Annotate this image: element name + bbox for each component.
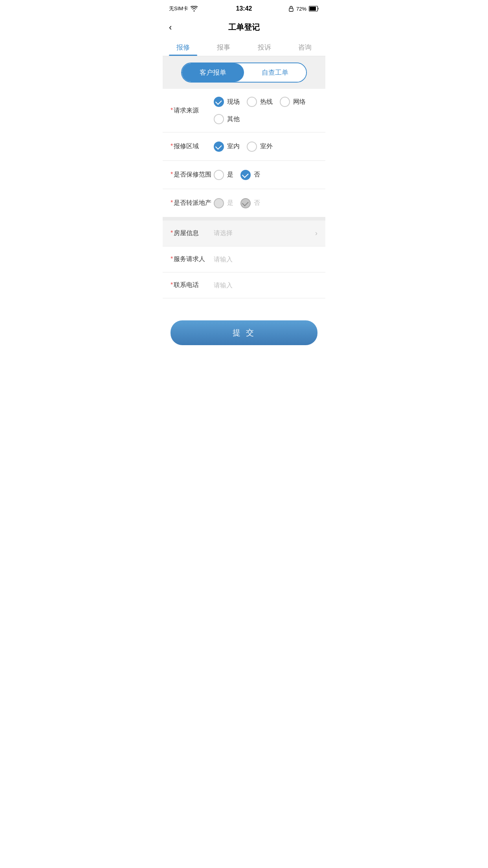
required-star-2: * (171, 143, 173, 149)
transfer-property-row: *是否转派地产 是 否 (163, 189, 325, 217)
request-source-row: *请求来源 现场 热线 网络 其他 (163, 89, 325, 132)
radio-transfer-yes-label: 是 (227, 199, 233, 207)
toggle-customer-order[interactable]: 客户报单 (182, 63, 244, 82)
radio-outdoor[interactable]: 室外 (247, 142, 273, 152)
toggle-self-check-order[interactable]: 自查工单 (244, 63, 306, 82)
back-button[interactable]: ‹ (169, 22, 172, 33)
toggle-container: 客户报单 自查工单 (181, 63, 307, 83)
radio-indoor-label: 室内 (227, 142, 240, 151)
status-bar: 无SIM卡 13:42 72% (163, 0, 325, 17)
page-title: 工单登记 (228, 22, 260, 33)
radio-network-circle (280, 97, 290, 107)
tab-bar: 报修 报事 投诉 咨询 (163, 37, 325, 56)
sim-text: 无SIM卡 (169, 5, 188, 12)
service-requester-row: *服务请求人 (163, 246, 325, 272)
wifi-icon (191, 6, 198, 11)
radio-warranty-yes-circle (214, 170, 224, 180)
radio-other-circle (214, 114, 224, 124)
radio-outdoor-circle (247, 142, 257, 152)
required-star-1: * (171, 107, 173, 114)
status-right: 72% (288, 6, 319, 12)
required-star-4: * (171, 199, 173, 206)
required-star-7: * (171, 281, 173, 288)
repair-area-label: *报修区域 (171, 142, 214, 151)
lock-icon (288, 6, 294, 12)
repair-area-row: *报修区域 室内 室外 (163, 132, 325, 161)
radio-warranty-yes[interactable]: 是 (214, 170, 233, 180)
form-section: *请求来源 现场 热线 网络 其他 *报修区域 (163, 89, 325, 298)
house-info-label: *房屋信息 (171, 229, 214, 237)
required-star-3: * (171, 171, 173, 178)
repair-area-options: 室内 室外 (214, 142, 317, 152)
radio-warranty-no-circle (240, 170, 251, 180)
radio-network[interactable]: 网络 (280, 97, 306, 107)
radio-transfer-yes-circle (214, 198, 224, 208)
toggle-section: 客户报单 自查工单 (163, 56, 325, 89)
contact-phone-row: *联系电话 (163, 272, 325, 298)
svg-rect-0 (289, 8, 293, 11)
house-info-value: 请选择 (214, 229, 315, 237)
radio-outdoor-label: 室外 (260, 142, 273, 151)
submit-section: 提 交 (163, 314, 325, 357)
radio-warranty-no[interactable]: 否 (240, 170, 260, 180)
request-source-options: 现场 热线 网络 其他 (214, 97, 317, 124)
tab-tousu[interactable]: 投诉 (244, 37, 285, 56)
radio-xianchang-label: 现场 (227, 98, 240, 106)
radio-xianchang-circle (214, 97, 224, 107)
tab-zixun[interactable]: 咨询 (285, 37, 326, 56)
radio-transfer-no-label: 否 (254, 199, 260, 207)
house-info-row[interactable]: *房屋信息 请选择 › (163, 217, 325, 246)
battery-percent: 72% (296, 6, 306, 12)
radio-transfer-yes[interactable]: 是 (214, 198, 233, 208)
radio-other-label: 其他 (227, 115, 240, 123)
radio-transfer-no-circle (240, 198, 251, 208)
radio-indoor-circle (214, 142, 224, 152)
service-requester-label: *服务请求人 (171, 255, 214, 263)
radio-hotline[interactable]: 热线 (247, 97, 273, 107)
radio-other[interactable]: 其他 (214, 114, 240, 124)
transfer-property-label: *是否转派地产 (171, 199, 214, 207)
svg-rect-2 (310, 7, 316, 11)
bottom-spacer (163, 298, 325, 314)
radio-hotline-label: 热线 (260, 98, 273, 106)
transfer-property-options: 是 否 (214, 198, 317, 208)
header: ‹ 工单登记 (163, 17, 325, 37)
chevron-right-icon: › (315, 229, 317, 237)
radio-indoor[interactable]: 室内 (214, 142, 240, 152)
request-source-label: *请求来源 (171, 107, 214, 115)
required-star-5: * (171, 230, 173, 236)
tab-baoshi[interactable]: 报事 (204, 37, 244, 56)
contact-phone-label: *联系电话 (171, 281, 214, 289)
radio-warranty-no-label: 否 (254, 171, 260, 179)
service-requester-input[interactable] (214, 256, 317, 263)
status-left: 无SIM卡 (169, 5, 198, 12)
warranty-range-row: *是否保修范围 是 否 (163, 161, 325, 189)
tab-baoxiu[interactable]: 报修 (163, 37, 204, 56)
radio-warranty-yes-label: 是 (227, 171, 233, 179)
radio-hotline-circle (247, 97, 257, 107)
submit-button[interactable]: 提 交 (171, 320, 317, 345)
radio-network-label: 网络 (293, 98, 306, 106)
warranty-range-label: *是否保修范围 (171, 171, 214, 179)
radio-transfer-no[interactable]: 否 (240, 198, 260, 208)
radio-xianchang[interactable]: 现场 (214, 97, 240, 107)
battery-icon (309, 6, 319, 11)
contact-phone-input[interactable] (214, 282, 317, 289)
required-star-6: * (171, 256, 173, 262)
status-time: 13:42 (236, 5, 252, 12)
warranty-range-options: 是 否 (214, 170, 317, 180)
